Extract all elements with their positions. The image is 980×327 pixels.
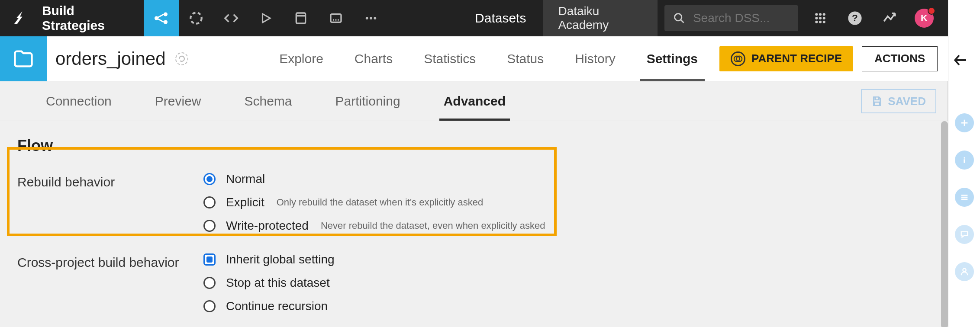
radio-rebuild-normal[interactable] <box>203 173 216 185</box>
hint-rebuild-writeprotected: Never rebuild the dataset, even when exp… <box>321 220 545 231</box>
right-rail <box>948 0 980 327</box>
svg-rect-24 <box>964 159 965 163</box>
opt-rebuild-normal[interactable]: Normal <box>226 172 265 186</box>
svg-point-3 <box>190 13 202 24</box>
topbar: Build Strategies Datasets Dataiku Academ… <box>0 0 948 36</box>
actions-button[interactable]: ACTIONS <box>862 46 938 71</box>
svg-rect-5 <box>331 14 341 22</box>
academy-link[interactable]: Dataiku Academy <box>543 0 657 36</box>
dataiku-logo-icon[interactable] <box>0 0 42 36</box>
svg-point-8 <box>374 17 376 19</box>
refresh-status-icon[interactable] <box>175 52 188 65</box>
radio-rebuild-writeprotected[interactable] <box>203 220 216 232</box>
svg-point-6 <box>365 17 368 19</box>
rail-plus-icon[interactable] <box>955 113 974 132</box>
svg-point-18 <box>823 21 825 23</box>
subtab-advanced[interactable]: Advanced <box>422 81 527 121</box>
play-icon[interactable] <box>248 0 284 36</box>
svg-point-23 <box>964 157 965 158</box>
svg-point-14 <box>819 17 822 19</box>
tab-status[interactable]: Status <box>491 36 559 81</box>
back-arrow-icon[interactable] <box>952 52 969 68</box>
more-icon[interactable] <box>353 0 388 36</box>
section-title-flow: Flow <box>17 137 931 155</box>
rail-info-icon[interactable] <box>955 151 974 170</box>
svg-point-16 <box>815 21 818 23</box>
tab-charts[interactable]: Charts <box>339 36 408 81</box>
radio-cp-inherit[interactable] <box>203 253 216 266</box>
subtab-schema[interactable]: Schema <box>222 81 313 121</box>
parent-recipe-button[interactable]: PARENT RECIPE <box>719 46 853 71</box>
svg-point-15 <box>823 17 825 19</box>
radio-cp-continue[interactable] <box>203 300 216 312</box>
search-box[interactable] <box>664 5 798 31</box>
cross-project-label: Cross-project build behavior <box>17 253 203 270</box>
svg-point-9 <box>674 14 681 21</box>
radio-cp-stop[interactable] <box>203 277 216 289</box>
opt-rebuild-writeprotected[interactable]: Write-protected <box>226 219 309 233</box>
lifecycle-icon[interactable] <box>179 0 214 36</box>
svg-point-10 <box>815 13 818 16</box>
notification-dot-icon <box>928 7 935 15</box>
dataset-name: orders_joined <box>55 48 166 69</box>
svg-point-25 <box>963 269 966 272</box>
radio-rebuild-explicit[interactable] <box>203 196 216 208</box>
opt-cp-stop[interactable]: Stop at this dataset <box>226 276 330 290</box>
svg-point-2 <box>164 20 168 24</box>
help-icon[interactable]: ? <box>840 0 870 36</box>
svg-point-12 <box>823 13 825 16</box>
svg-rect-4 <box>297 13 306 23</box>
avatar-letter: K <box>921 13 928 24</box>
scrollbar-thumb[interactable] <box>941 121 948 327</box>
settings-subtabs: Connection Preview Schema Partitioning A… <box>0 81 948 121</box>
tab-history[interactable]: History <box>559 36 631 81</box>
svg-point-7 <box>370 17 372 19</box>
svg-point-11 <box>819 13 822 16</box>
opt-cp-continue[interactable]: Continue recursion <box>226 299 328 313</box>
svg-point-1 <box>164 13 168 16</box>
dashboard-icon[interactable] <box>284 0 319 36</box>
app-icon[interactable] <box>319 0 354 36</box>
dataset-folder-icon[interactable] <box>0 36 47 81</box>
save-disk-icon <box>871 96 883 107</box>
join-icon <box>731 51 745 66</box>
search-icon <box>673 12 685 24</box>
dataset-header: orders_joined Explore Charts Statistics … <box>0 36 948 81</box>
search-input[interactable] <box>693 11 790 25</box>
content-area: Flow Rebuild behavior Normal Explicit On… <box>0 121 948 327</box>
rail-user-icon[interactable] <box>955 262 974 281</box>
parent-recipe-label: PARENT RECIPE <box>751 52 842 65</box>
opt-rebuild-explicit[interactable]: Explicit <box>226 196 264 209</box>
svg-text:?: ? <box>852 12 858 23</box>
subtab-preview[interactable]: Preview <box>133 81 223 121</box>
subtab-partitioning[interactable]: Partitioning <box>314 81 422 121</box>
rebuild-behavior-label: Rebuild behavior <box>17 172 203 189</box>
rail-chat-icon[interactable] <box>955 225 974 244</box>
rail-list-icon[interactable] <box>955 188 974 207</box>
tab-settings[interactable]: Settings <box>631 36 713 81</box>
apps-grid-icon[interactable] <box>805 0 835 36</box>
tab-explore[interactable]: Explore <box>264 36 339 81</box>
code-icon[interactable] <box>213 0 248 36</box>
tab-statistics[interactable]: Statistics <box>408 36 491 81</box>
subtab-connection[interactable]: Connection <box>24 81 133 121</box>
project-title[interactable]: Build Strategies <box>42 0 144 36</box>
opt-cp-inherit[interactable]: Inherit global setting <box>226 253 335 266</box>
activity-icon[interactable] <box>874 0 905 36</box>
saved-button[interactable]: SAVED <box>861 89 936 113</box>
saved-label: SAVED <box>888 95 926 108</box>
flow-icon[interactable] <box>144 0 179 36</box>
nav-datasets[interactable]: Datasets <box>458 0 543 36</box>
user-avatar[interactable]: K <box>909 0 939 36</box>
svg-point-17 <box>819 21 822 23</box>
hint-rebuild-explicit: Only rebuild the dataset when it's expli… <box>277 197 483 208</box>
svg-point-13 <box>815 17 818 19</box>
